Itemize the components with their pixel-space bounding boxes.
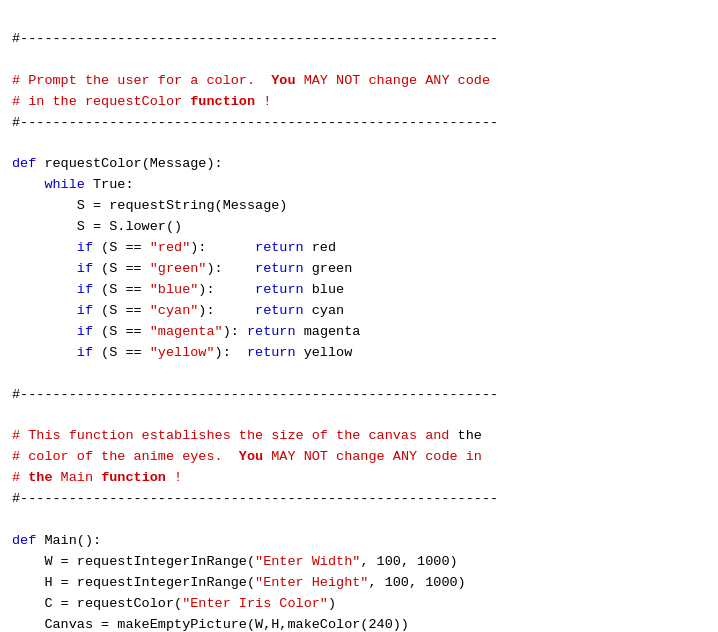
def-main: def	[12, 533, 36, 548]
if-keyword-4: if	[77, 303, 93, 318]
return-keyword-5: return	[247, 324, 296, 339]
string-width: "Enter Width"	[255, 554, 360, 569]
return-keyword-6: return	[247, 345, 296, 360]
string-magenta: "magenta"	[150, 324, 223, 339]
while-keyword: while	[44, 177, 85, 192]
if-keyword-5: if	[77, 324, 93, 339]
if-magenta: (S ==	[93, 324, 150, 339]
return-keyword-2: return	[255, 261, 304, 276]
string-height: "Enter Height"	[255, 575, 368, 590]
string-iris: "Enter Iris Color"	[182, 596, 328, 611]
comment-2: # This function establishes the size of …	[12, 428, 482, 485]
string-blue: "blue"	[150, 282, 199, 297]
separator-3: #---------------------------------------…	[12, 387, 498, 402]
separator-4: #---------------------------------------…	[12, 491, 498, 506]
if-blue-end: ):	[198, 282, 255, 297]
return-keyword-1: return	[255, 240, 304, 255]
if-green: (S ==	[93, 261, 150, 276]
def-requestcolor: def	[12, 156, 36, 171]
if-red: (S ==	[93, 240, 150, 255]
string-cyan: "cyan"	[150, 303, 199, 318]
return-keyword-3: return	[255, 282, 304, 297]
return-keyword-4: return	[255, 303, 304, 318]
if-keyword-6: if	[77, 345, 93, 360]
if-yellow-end: ):	[215, 345, 247, 360]
if-yellow: (S ==	[93, 345, 150, 360]
string-yellow: "yellow"	[150, 345, 215, 360]
string-green: "green"	[150, 261, 207, 276]
if-red-end: ):	[190, 240, 255, 255]
separator-2: #---------------------------------------…	[12, 115, 498, 130]
if-keyword-2: if	[77, 261, 93, 276]
comment-1: # Prompt the user for a color. You MAY N…	[12, 73, 490, 109]
main-sig: Main(): W = requestIntegerInRange(	[12, 533, 255, 569]
if-cyan: (S ==	[93, 303, 150, 318]
return-yellow: yellow	[296, 345, 353, 360]
if-blue: (S ==	[93, 282, 150, 297]
separator-1: #---------------------------------------…	[12, 31, 498, 46]
if-keyword-1: if	[77, 240, 93, 255]
if-green-end: ):	[206, 261, 255, 276]
if-magenta-end: ):	[223, 324, 247, 339]
if-cyan-end: ):	[198, 303, 255, 318]
if-keyword-3: if	[77, 282, 93, 297]
code-editor: #---------------------------------------…	[0, 0, 718, 632]
string-red: "red"	[150, 240, 191, 255]
